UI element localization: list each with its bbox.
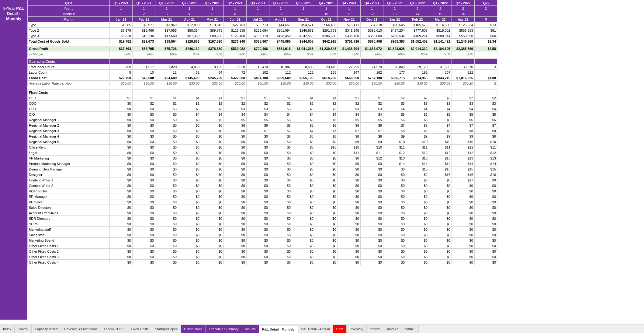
office-rent-row: Office Rent $0 $0 $0 $0 $0 $0 $0 $0 $0 $… (28, 145, 497, 150)
month-num-label: Month # (28, 11, 110, 17)
qtr-q1-22-2: Q1 - 2022 (406, 0, 429, 6)
qtr-q2-22-1: Q2 - 2022 (452, 0, 475, 6)
avg-labor-rate-row: Average Labor Rate per Hour $30.00 $30.0… (28, 81, 497, 86)
avg-labor-rate-label: Average Labor Rate per Hour (28, 81, 110, 86)
designer-label: Designer (28, 172, 110, 177)
other-fixed-4-row: Other Fixed Costs 4 $0 $0 $0 $0 $0 $0 $0… (28, 260, 497, 265)
tab-startup-capex[interactable]: Startup&Capex (152, 325, 181, 333)
qtr-q2-1: Q2 - 2021 (178, 0, 201, 6)
tab-labor-cogs[interactable]: Labor&COGS (101, 325, 128, 333)
operating-costs-label: Operating Costs (28, 59, 110, 64)
other-fixed-1-row: Other Fixed Costs 1 $0 $0 $0 $0 $0 $0 $0… (28, 243, 497, 249)
tab-capacity-matrix[interactable]: Capacity Matrix (32, 325, 61, 333)
tab-distributions[interactable]: Distributions (181, 325, 206, 333)
tab-matrix2[interactable]: matrix2 (384, 325, 401, 333)
qtr-q1-22-3: Q1 - 2022 (429, 0, 452, 6)
rm4-row: Regional Manager 4 $0 $0 $0 $0 $0 $0 $0 … (28, 134, 497, 139)
tab-matrix3[interactable]: matrix3 (401, 325, 419, 333)
sales-staff-row: Sales staff $0 $0 $0 $0 $0 $0 $0 $0 $0 $… (28, 232, 497, 238)
labor-count-row: Labor Count 5 10 12 32 54 72 102 112 122… (28, 70, 497, 75)
marketing-staff-row: Marketing staff $0 $0 $0 $0 $0 $0 $0 $0 … (28, 227, 497, 232)
qtr-q1-3: Q1 - 2021 (155, 0, 178, 6)
month-label: Month (28, 17, 110, 22)
video-editor-row: Video Editor $0 $0 $0 $0 $0 $0 $0 $0 $0 … (28, 188, 497, 194)
qtr-q4-1: Q4 - 2021 (315, 0, 338, 6)
margin-row: % Margin 66% 66% 66% 66% 66% 66% 66% 66%… (28, 51, 497, 57)
total-cogs-label: Total Cost of Goods Sold (28, 39, 110, 44)
vp-sales-row: VP Sales $0 $0 $0 $0 $0 $0 $0 $0 $0 $0 $… (28, 199, 497, 205)
tab-bar: Index Control Capacity Matrix Revenue As… (0, 324, 644, 333)
gross-profit-label: Gross Profit (28, 46, 110, 51)
content-writer2-row: Content Writer 2 $0 $0 $0 $0 $0 $0 $0 $0… (28, 183, 497, 188)
qtr-q3-3: Q3 - 2021 (292, 0, 315, 6)
cfo-label: CFO (28, 106, 110, 112)
rm3-label: Regional Manager 3 (28, 128, 110, 134)
qtr-q4-3: Q4 - 2021 (361, 0, 383, 6)
marketing-spend-row: Marketing Spend $0 $0 $0 $0 $0 $0 $0 $0 … (28, 238, 497, 243)
coo-row: COO $0 $2 $2 $2 $2 $2 $2 $2 $2 $2 $2 $2 … (28, 101, 497, 106)
tab-revenue-assumptions[interactable]: Revenue Assumptions (61, 325, 101, 333)
qtr-q2-2: Q2 - 2021 (201, 0, 224, 6)
tab-pl-detail-monthly[interactable]: P&L Detail - Monthly (259, 325, 298, 333)
type1-label: Type 1 (28, 22, 110, 28)
pr-manager-row: PR Manager $0 $0 $0 $0 $0 $0 $0 $0 $0 $0… (28, 194, 497, 199)
qtr-q3-1: Q3 - 2021 (247, 0, 269, 6)
tab-visuals[interactable]: Visuals (242, 325, 259, 333)
tab-fixed-costs[interactable]: Fixed Costs (128, 325, 152, 333)
cio-label: CIO (28, 112, 110, 117)
account-exec-row: Account Executives $0 $0 $0 $0 $0 $0 $0 … (28, 210, 497, 216)
tab-inventory[interactable]: Inventory (347, 325, 367, 333)
rm5-row: Regional Manager 5 $0 $0 $0 $0 $0 $0 $0 … (28, 139, 497, 145)
other-fixed-3-label: Other Fixed Costs 3 (28, 254, 110, 260)
labor-cost-label: Labor Cost (28, 75, 110, 81)
cio-row: CIO $0 $0 $0 $4 $4 $4 $4 $4 $4 $4 $4 $4 … (28, 112, 497, 117)
tab-executive-summary[interactable]: Executive Summary (206, 325, 242, 333)
cfo-row: CFO $0 $0 $3 $3 $3 $3 $3 $3 $3 $3 $3 $3 … (28, 106, 497, 112)
type3-row: Type 3 $8,820 $13,230 $17,640 $57,330 $8… (28, 33, 497, 39)
qtr-q2-22-2: Q2- (475, 0, 497, 6)
vp-sales-label: VP Sales (28, 199, 110, 205)
labor-hours-row: Total labor Hours 758 1,517 1,820 4,853 … (28, 64, 497, 70)
other-fixed-3-row: Other Fixed Costs 3 $0 $0 $0 $0 $0 $0 $0… (28, 254, 497, 260)
sales-staff-label: Sales staff (28, 232, 110, 238)
rm1-row: Regional Manager 1 $0 $0 $0 $0 $5 $5 $5 … (28, 117, 497, 123)
tab-matrix1[interactable]: matrix1 (367, 325, 384, 333)
sales-directors-row: Sales Directors $0 $0 $0 $0 $0 $0 $0 $0 … (28, 205, 497, 210)
gross-profit-row: Gross Profit $37,863 $56,795 $75,726 $24… (28, 46, 497, 51)
tab-index[interactable]: Index (0, 325, 15, 333)
qtr-q2-3: Q2 - 2021 (224, 0, 247, 6)
sales-directors-label: Sales Directors (28, 205, 110, 210)
tab-control[interactable]: Control (15, 325, 32, 333)
qtr-label: QTR (28, 0, 110, 6)
demand-gen-mgr-row: Demand Gen Manager $0 $0 $0 $0 $0 $0 $0 … (28, 166, 497, 172)
type2-label: Type 2 (28, 28, 110, 33)
rm2-row: Regional Manager 2 $0 $0 $0 $0 $0 $6 $6 … (28, 123, 497, 128)
labor-cost-row: Labor Cost $22,750 $45,500 $54,600 $145,… (28, 75, 497, 81)
marketing-spend-label: Marketing Spend (28, 238, 110, 243)
vp-marketing-row: VP Marketing $0 $0 $0 $0 $0 $0 $0 $0 $0 … (28, 156, 497, 161)
year-label: Year # (28, 6, 110, 11)
fixed-costs-label: Fixed Costs (28, 90, 110, 95)
tab-debt[interactable]: Debt (333, 325, 347, 333)
qtr-q3-2: Q3 - 2021 (269, 0, 292, 6)
labor-count-label: Labor Count (28, 70, 110, 75)
ceo-row: CEO $1 $1 $1 $1 $1 $1 $1 $1 $1 $1 $1 $1 … (28, 95, 497, 101)
total-cogs-row: Total Cost of Goods Sold $19,782 $29,673… (28, 39, 497, 44)
marketing-staff-label: Marketing staff (28, 227, 110, 232)
type1-row: Type 1 $1,985 $2,977 $3,969 $12,899 $19,… (28, 22, 497, 28)
rm5-label: Regional Manager 5 (28, 139, 110, 145)
qtr-q1-22-1: Q1 - 2022 (383, 0, 406, 6)
other-fixed-1-label: Other Fixed Costs 1 (28, 243, 110, 249)
sdr-directors-row: SDR Directors $0 $0 $0 $0 $0 $0 $0 $0 $0… (28, 216, 497, 221)
coo-label: COO (28, 101, 110, 106)
demand-gen-mgr-label: Demand Gen Manager (28, 166, 110, 172)
margin-label: % Margin (28, 51, 110, 57)
sdrs-label: SDRs (28, 221, 110, 227)
content-writer1-label: Content Writer 1 (28, 177, 110, 183)
legal-label: Legal (28, 150, 110, 156)
tab-pl-detail-annual[interactable]: P&L Detail - Annual (298, 325, 333, 333)
legal-row: Legal $0 $0 $0 $0 $0 $0 $0 $0 $0 $0 $11 … (28, 150, 497, 156)
spreadsheet-area[interactable]: QTR Q1 - 2021 Q1 - 2021 Q1 - 2021 Q2 - 2… (27, 0, 644, 320)
qtr-q4-2: Q4 - 2021 (338, 0, 361, 6)
rm2-label: Regional Manager 2 (28, 123, 110, 128)
